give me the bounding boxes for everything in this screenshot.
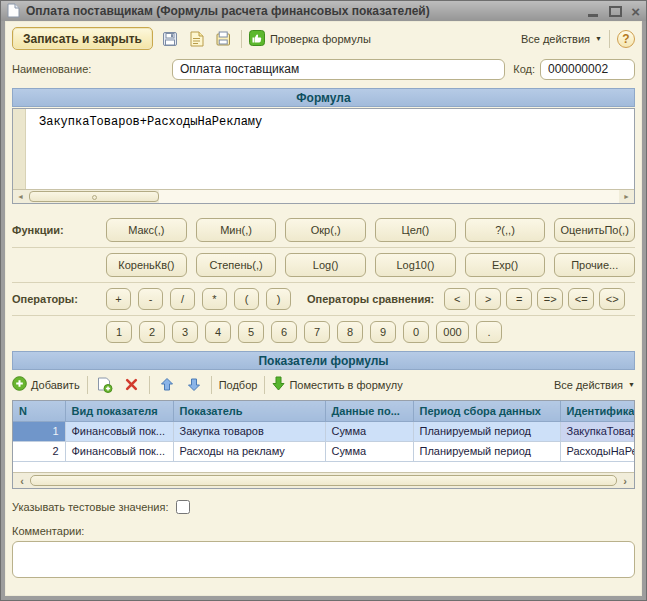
operators-label: Операторы:	[12, 293, 106, 305]
formula-hscrollbar[interactable]: ◄ ►	[13, 189, 634, 203]
op-open-paren-button[interactable]: (	[234, 288, 259, 310]
digit-9-button[interactable]: 9	[370, 321, 396, 343]
functions-row-1: Функции: Макс(,) Мин(,) Окр(,) Цел() ?(,…	[12, 218, 635, 242]
place-in-formula-button[interactable]: Поместить в формулу	[272, 376, 402, 393]
table-header-row: N Вид показателя Показатель Данные по...…	[13, 401, 634, 421]
check-formula-button[interactable]: Проверка формулы	[249, 30, 371, 48]
op-divide-button[interactable]: /	[170, 288, 195, 310]
op-multiply-button[interactable]: *	[202, 288, 227, 310]
op-plus-button[interactable]: +	[106, 288, 131, 310]
table-hscrollbar[interactable]: ‹ ›	[13, 472, 634, 488]
func-pow-button[interactable]: Степень(,)	[196, 253, 277, 277]
digit-5-button[interactable]: 5	[238, 321, 264, 343]
formula-text[interactable]: ЗакупкаТоваров+РасходыНаРекламу	[39, 115, 262, 129]
digit-0-button[interactable]: 0	[403, 321, 429, 343]
cmp-lt-button[interactable]: <	[444, 288, 470, 310]
save-icon[interactable]	[160, 29, 180, 49]
digit-2-button[interactable]: 2	[139, 321, 165, 343]
digit-4-button[interactable]: 4	[205, 321, 231, 343]
maximize-button[interactable]	[609, 6, 622, 17]
close-button[interactable]: ×	[631, 6, 640, 17]
digit-7-button[interactable]: 7	[304, 321, 330, 343]
scrollbar-thumb[interactable]	[29, 191, 159, 202]
func-log10-button[interactable]: Log10()	[375, 253, 456, 277]
separator-line	[12, 247, 635, 248]
cmp-gt-button[interactable]: >	[475, 288, 501, 310]
cmp-gte-button[interactable]: =>	[537, 288, 563, 310]
digit-8-button[interactable]: 8	[337, 321, 363, 343]
scrollbar-track[interactable]	[159, 190, 619, 203]
chevron-down-icon: ▼	[628, 381, 635, 388]
func-int-button[interactable]: Цел()	[375, 218, 456, 242]
table-row-selected[interactable]: 1 Финансовый пок... Закупка товаров Сумм…	[13, 421, 634, 441]
cmp-lte-button[interactable]: <=	[568, 288, 594, 310]
test-values-row: Указывать тестовые значения:	[12, 500, 635, 514]
digit-dot-button[interactable]: .	[476, 321, 502, 343]
toolbar-separator	[87, 376, 88, 394]
name-input[interactable]	[172, 59, 505, 80]
func-if-button[interactable]: ?(,,)	[465, 218, 546, 242]
pick-button[interactable]: Подбор	[219, 379, 258, 391]
func-max-button[interactable]: Макс(,)	[106, 218, 187, 242]
func-exp-button[interactable]: Exp()	[465, 253, 546, 277]
titlebar[interactable]: Оплата поставщикам (Формулы расчета фина…	[1, 1, 646, 21]
comparison-operators-label: Операторы сравнения:	[307, 293, 434, 305]
name-row: Наименование: Код:	[12, 58, 635, 80]
save-copy-icon[interactable]	[214, 29, 234, 49]
help-button[interactable]: ?	[617, 30, 635, 48]
operators-row: Операторы: + - / * ( ) Операторы сравнен…	[12, 288, 635, 310]
minimize-button[interactable]	[587, 6, 600, 17]
cmp-neq-button[interactable]: <>	[599, 288, 625, 310]
formula-section-header: Формула	[12, 88, 635, 107]
func-sqrt-button[interactable]: КореньКв()	[106, 253, 187, 277]
digits-row: 1 2 3 4 5 6 7 8 9 0 000 .	[12, 321, 635, 343]
save-and-close-button[interactable]: Записать и закрыть	[12, 27, 153, 50]
digit-000-button[interactable]: 000	[436, 321, 469, 343]
col-n[interactable]: N	[13, 401, 65, 421]
test-values-checkbox[interactable]	[176, 500, 190, 514]
formula-editor[interactable]: ЗакупкаТоваров+РасходыНаРекламу ◄ ►	[12, 108, 635, 204]
col-data[interactable]: Данные по...	[325, 401, 413, 421]
op-close-paren-button[interactable]: )	[266, 288, 291, 310]
move-down-icon[interactable]	[184, 375, 204, 395]
reread-document-icon[interactable]	[187, 29, 207, 49]
indicators-all-actions-button[interactable]: Все действия ▼	[554, 379, 635, 391]
digit-1-button[interactable]: 1	[106, 321, 132, 343]
thumbs-up-icon	[249, 30, 265, 48]
func-evaluate-button[interactable]: ОценитьПо(,)	[554, 218, 635, 242]
scroll-right-icon[interactable]: ›	[619, 474, 631, 488]
scroll-right-icon[interactable]: ►	[619, 190, 634, 203]
toolbar-separator	[211, 376, 212, 394]
functions-label: Функции:	[12, 224, 106, 236]
func-round-button[interactable]: Окр(,)	[285, 218, 366, 242]
main-toolbar: Записать и закрыть Проверка формулы Все …	[12, 25, 635, 52]
code-input[interactable]	[540, 59, 635, 80]
scrollbar-thumb[interactable]	[30, 475, 617, 486]
arrow-down-green-icon	[272, 376, 285, 393]
all-actions-button[interactable]: Все действия ▼	[521, 33, 602, 45]
func-log-button[interactable]: Log()	[285, 253, 366, 277]
comments-input[interactable]	[12, 541, 635, 578]
scroll-left-icon[interactable]: ‹	[16, 474, 28, 488]
move-up-icon[interactable]	[157, 375, 177, 395]
cmp-eq-button[interactable]: =	[506, 288, 532, 310]
add-button[interactable]: Добавить	[12, 376, 80, 393]
func-other-button[interactable]: Прочие...	[554, 253, 635, 277]
op-minus-button[interactable]: -	[138, 288, 163, 310]
copy-add-icon[interactable]	[95, 375, 115, 395]
toolbar-separator	[264, 376, 265, 394]
delete-icon[interactable]	[122, 375, 142, 395]
code-label: Код:	[513, 63, 535, 75]
digit-3-button[interactable]: 3	[172, 321, 198, 343]
func-min-button[interactable]: Мин(,)	[196, 218, 277, 242]
col-indicator[interactable]: Показатель	[173, 401, 325, 421]
editor-gutter	[13, 109, 26, 189]
table-row[interactable]: 2 Финансовый пок... Расходы на рекламу С…	[13, 441, 634, 461]
col-kind[interactable]: Вид показателя	[65, 401, 173, 421]
col-period[interactable]: Период сбора данных	[413, 401, 560, 421]
col-identifier[interactable]: Идентификатор	[560, 401, 634, 421]
app-window: Оплата поставщикам (Формулы расчета фина…	[0, 0, 647, 601]
scroll-left-icon[interactable]: ◄	[13, 190, 28, 203]
digit-6-button[interactable]: 6	[271, 321, 297, 343]
chevron-down-icon: ▼	[595, 35, 602, 42]
